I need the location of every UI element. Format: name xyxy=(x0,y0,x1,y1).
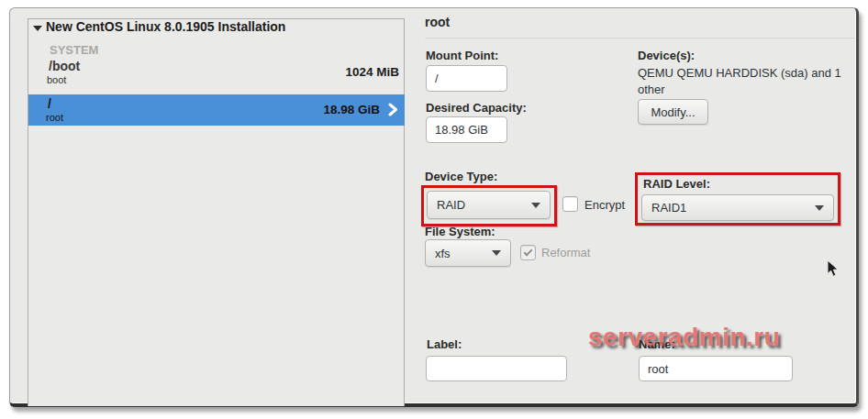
desired-capacity-input[interactable] xyxy=(426,116,507,143)
devices-value: QEMU QEMU HARDDISK (sda) and 1 other xyxy=(638,65,862,98)
encrypt-label: Encrypt xyxy=(584,198,625,212)
modify-button-label: Modify... xyxy=(651,105,695,119)
check-icon xyxy=(524,248,533,257)
partition-size-text: 1024 MiB xyxy=(345,65,399,79)
watermark-text: serveradmin.ru xyxy=(588,323,780,352)
devices-label: Device(s): xyxy=(638,49,695,62)
label-label: Label: xyxy=(427,337,462,351)
file-system-label: File System: xyxy=(425,225,495,238)
page-title: root xyxy=(425,15,450,29)
device-name-text: root xyxy=(46,112,63,123)
desired-capacity-label: Desired Capacity: xyxy=(426,101,527,115)
mouse-cursor-icon xyxy=(827,259,840,278)
raid-level-value: RAID1 xyxy=(651,201,686,215)
label-input[interactable] xyxy=(426,356,567,381)
device-type-label: Device Type: xyxy=(425,170,497,183)
encrypt-checkbox[interactable] xyxy=(562,196,578,212)
partition-row-root[interactable]: / root 18.98 GiB xyxy=(28,94,405,126)
raid-level-dropdown[interactable]: RAID1 xyxy=(641,194,834,221)
modify-button[interactable]: Modify... xyxy=(638,99,708,125)
expander-down-icon[interactable] xyxy=(33,26,42,31)
name-input[interactable] xyxy=(639,356,793,381)
reformat-label: Reformat xyxy=(541,246,590,259)
file-system-dropdown[interactable]: xfs xyxy=(425,239,511,267)
mount-point-input[interactable] xyxy=(426,65,507,92)
title-divider xyxy=(425,38,854,39)
dropdown-arrow-icon xyxy=(815,205,824,211)
partition-size-text: 18.98 GiB xyxy=(323,103,380,116)
mount-point-text: / xyxy=(48,96,51,111)
screenshot-root: New CentOS Linux 8.0.1905 Installation S… xyxy=(0,0,868,419)
raid-level-label: RAID Level: xyxy=(643,177,710,191)
partition-row-boot[interactable]: /boot boot 1024 MiB xyxy=(29,57,404,91)
file-system-value: xfs xyxy=(435,247,451,260)
dropdown-arrow-icon xyxy=(492,250,501,256)
chevron-right-icon xyxy=(388,103,398,116)
mount-point-label: Mount Point: xyxy=(426,49,498,62)
mount-point-text: /boot xyxy=(49,59,80,73)
device-type-dropdown[interactable]: RAID xyxy=(427,191,551,219)
device-type-value: RAID xyxy=(437,198,465,212)
reformat-checkbox[interactable] xyxy=(520,245,536,260)
device-name-text: boot xyxy=(47,74,66,85)
dropdown-arrow-icon xyxy=(531,203,540,208)
system-section-label: SYSTEM xyxy=(50,43,98,57)
installation-group-header[interactable]: New CentOS Linux 8.0.1905 Installation xyxy=(46,19,285,34)
